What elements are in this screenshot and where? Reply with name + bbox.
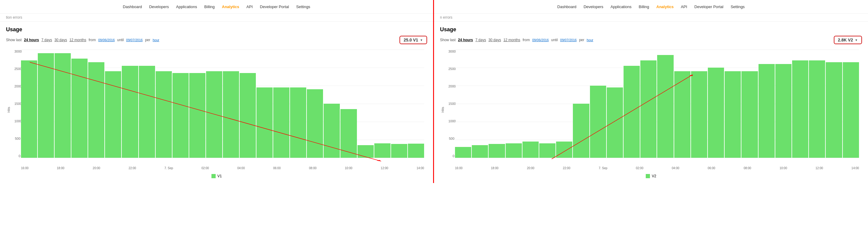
legend-color-box [212,174,216,178]
x-label: 08:00 [744,166,751,170]
bar [173,73,189,158]
value-badge[interactable]: 2.8K V2 ▼ [834,36,862,44]
y-axis-label: Hits [441,107,444,113]
y-tick: 2500 [14,67,21,71]
x-label: 7. Sep [599,166,607,170]
nav-item-billing[interactable]: Billing [639,4,649,9]
nav-bar: DashboardDevelopersApplicationsBillingAn… [434,0,868,14]
bar [607,87,623,158]
until-label: until [117,38,124,42]
usage-section: UsageShow last24 hours7 days30 days12 mo… [434,22,868,183]
nav-item-settings[interactable]: Settings [731,4,745,9]
bar [725,71,741,158]
x-label: 16:00 [455,166,463,170]
bar [358,145,374,158]
time-option-30-days[interactable]: 30 days [488,38,501,42]
until-date[interactable]: 09/07/2016 [560,38,577,42]
chart-container: Hits30002500200015001000500016:0018:0020… [440,47,862,173]
controls-row: Show last24 hours7 days30 days12 monthsf… [440,36,862,44]
nav-item-api[interactable]: API [247,4,253,9]
y-tick: 500 [14,137,21,140]
time-option-12-months[interactable]: 12 months [503,38,520,42]
usage-section: UsageShow last24 hours7 days30 days12 mo… [0,22,433,183]
time-option-12-months[interactable]: 12 months [69,38,86,42]
bar [506,143,522,158]
bar [206,71,222,158]
x-label: 18:00 [57,166,64,170]
bar [624,66,640,158]
bar [21,60,37,158]
nav-item-developers[interactable]: Developers [149,4,169,9]
y-tick: 1000 [448,119,455,123]
x-axis-labels: 16:0018:0020:0022:007. Sep02:0004:0006:0… [455,166,859,170]
chart-legend: V1 [6,174,427,178]
bar [122,66,138,158]
until-date[interactable]: 09/07/2016 [126,38,143,42]
usage-title: Usage [440,26,862,33]
nav-item-applications[interactable]: Applications [610,4,631,9]
nav-item-developer-portal[interactable]: Developer Portal [694,4,723,9]
from-date[interactable]: 09/06/2016 [532,38,549,42]
bar [809,60,825,158]
time-option-30-days[interactable]: 30 days [54,38,67,42]
nav-item-developers[interactable]: Developers [584,4,603,9]
bar [307,89,323,158]
time-option-7-days[interactable]: 7 days [475,38,486,42]
bar [71,59,88,158]
bars-area [455,50,859,158]
bar [391,144,407,158]
until-label: until [551,38,558,42]
nav-item-analytics[interactable]: Analytics [656,4,674,9]
time-option-24-hours[interactable]: 24 hours [458,38,473,42]
x-label: 12:00 [381,166,388,170]
nav-item-applications[interactable]: Applications [176,4,197,9]
nav-item-api[interactable]: API [681,4,687,9]
y-axis-ticks: 300025002000150010005000 [14,50,21,158]
x-label: 22:00 [129,166,136,170]
nav-item-billing[interactable]: Billing [204,4,215,9]
bar [455,147,471,158]
from-label: from [89,38,96,42]
x-label: 20:00 [93,166,100,170]
time-option-7-days[interactable]: 7 days [41,38,52,42]
bar [323,104,340,158]
badge-arrow-icon: ▼ [420,38,423,42]
x-label: 22:00 [563,166,570,170]
bar [573,104,589,158]
bar [489,144,505,158]
y-tick: 1500 [448,102,455,105]
x-label: 10:00 [779,166,787,170]
bar [189,73,206,158]
nav-item-analytics[interactable]: Analytics [222,4,239,9]
from-date[interactable]: 09/06/2016 [98,38,115,42]
bar [523,141,539,158]
y-tick: 0 [448,154,455,158]
bars-area [21,50,424,158]
value-badge[interactable]: 25.0 V1 ▼ [400,36,427,44]
y-axis-ticks: 300025002000150010005000 [448,50,455,158]
chart-legend: V2 [440,174,862,178]
nav-item-dashboard[interactable]: Dashboard [123,4,142,9]
bar [539,143,555,158]
per-label: per [579,38,584,42]
grid-line [21,158,424,158]
bar [657,55,673,158]
nav-item-developer-portal[interactable]: Developer Portal [260,4,289,9]
bar [240,73,256,158]
nav-item-settings[interactable]: Settings [296,4,310,9]
bar [156,71,172,158]
show-last-label: Show last [6,38,22,42]
bar [256,87,273,158]
chart-container: Hits30002500200015001000500016:0018:0020… [6,47,427,173]
usage-title: Usage [6,26,427,33]
from-label: from [523,38,530,42]
x-label: 20:00 [527,166,534,170]
per-value[interactable]: hour [153,38,159,42]
bar [472,145,488,158]
bar [826,62,842,158]
per-value[interactable]: hour [587,38,593,42]
nav-item-dashboard[interactable]: Dashboard [557,4,577,9]
x-label: 14:00 [416,166,424,170]
time-option-24-hours[interactable]: 24 hours [24,38,39,42]
y-tick: 2000 [448,84,455,88]
